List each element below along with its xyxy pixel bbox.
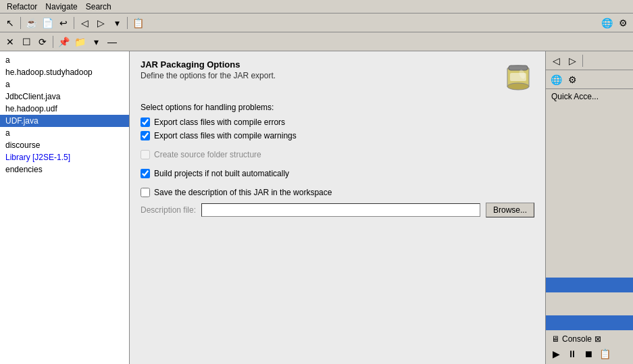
toolbar-btn-globe[interactable]: 🌐 xyxy=(599,16,614,30)
right-nav-btn2[interactable]: ⚙ xyxy=(565,72,580,87)
tree-item-library[interactable]: Library [J2SE-1.5] xyxy=(0,151,129,163)
divider-3 xyxy=(141,182,534,188)
checkbox-compile-warnings[interactable] xyxy=(141,131,150,140)
console-toolbar: ▶ ⏸ ⏹ 📋 xyxy=(549,345,630,363)
toolbar-btn-down2[interactable]: ▾ xyxy=(88,34,103,49)
toolbar-btn-2[interactable]: 📄 xyxy=(40,16,55,30)
toolbar-btn-6[interactable]: 📁 xyxy=(72,34,87,49)
toolbar-btn-gear[interactable]: ⚙ xyxy=(615,16,630,30)
toolbar-1: ↖ ☕ 📄 ↩ ◁ ▷ ▾ 📋 🌐 ⚙ xyxy=(0,14,633,32)
toolbar-btn-minus[interactable]: — xyxy=(105,34,120,49)
jar-icon xyxy=(502,59,534,92)
toolbar-btn-page[interactable]: 📋 xyxy=(130,16,145,30)
right-toolbar-btn2[interactable]: ▷ xyxy=(565,53,580,68)
option-row-4: Build projects if not built automaticall… xyxy=(141,169,534,178)
blue-bar-1 xyxy=(546,278,633,292)
checkbox-source-folder[interactable] xyxy=(141,150,150,159)
quick-access-panel: Quick Acce... xyxy=(546,89,633,186)
toolbar-sep-1 xyxy=(20,17,21,29)
right-spacer xyxy=(546,186,633,277)
right-nav-btn1[interactable]: 🌐 xyxy=(549,72,563,87)
toolbar-btn-java[interactable]: ☕ xyxy=(24,16,39,30)
divider-1 xyxy=(141,145,534,150)
tree-item-a3[interactable]: a xyxy=(0,127,129,139)
toolbar-btn-x[interactable]: ✕ xyxy=(3,34,18,49)
quick-access-label: Quick Acce... xyxy=(551,92,599,101)
label-source-folder: Create source folder structure xyxy=(154,150,261,159)
label-compile-warnings: Export class files with compile warnings xyxy=(154,131,297,140)
dialog-panel: JAR Packaging Options Define the options… xyxy=(130,51,545,364)
option-row-5: Save the description of this JAR in the … xyxy=(141,188,534,197)
right-gap xyxy=(546,294,633,314)
svg-rect-3 xyxy=(509,66,528,70)
toolbar-sep-4 xyxy=(53,36,53,48)
main-content: a he.hadoop.studyhadoop a JdbcClient.jav… xyxy=(0,51,633,364)
browse-button[interactable]: Browse... xyxy=(486,203,534,217)
console-title: 🖥 Console ⊠ xyxy=(549,333,630,345)
menu-navigate[interactable]: Navigate xyxy=(41,1,81,13)
options-section: Select options for handling problems: Ex… xyxy=(141,97,534,223)
console-icon: 🖥 xyxy=(551,334,559,344)
right-toolbar: ◁ ▷ xyxy=(546,51,633,70)
tree-item-hadoop-study[interactable]: he.hadoop.studyhadoop xyxy=(0,66,129,78)
checkbox-compile-errors[interactable] xyxy=(141,118,150,127)
description-row: Description file: Browse... xyxy=(141,203,534,217)
console-btn1[interactable]: ▶ xyxy=(549,346,563,361)
dialog-subtitle: Define the options for the JAR export. xyxy=(141,71,276,80)
console-btn3[interactable]: ⏹ xyxy=(581,346,596,361)
left-panel: a he.hadoop.studyhadoop a JdbcClient.jav… xyxy=(0,51,130,364)
right-toolbar-sep xyxy=(582,55,583,67)
right-nav: 🌐 ⚙ xyxy=(546,70,633,89)
tree-item-jdbcclient[interactable]: JdbcClient.java xyxy=(0,90,129,103)
console-label: Console xyxy=(562,334,592,344)
description-input[interactable] xyxy=(201,203,480,217)
desc-label: Description file: xyxy=(141,205,196,215)
toolbar-btn-cursor[interactable]: ↖ xyxy=(3,16,18,30)
checkbox-save-description[interactable] xyxy=(141,188,150,197)
toolbar-sep-2 xyxy=(74,17,74,29)
options-label: Select options for handling problems: xyxy=(141,103,534,112)
right-panel: ◁ ▷ 🌐 ⚙ Quick Acce... 🖥 Console ⊠ ▶ ⏸ ⏹ xyxy=(545,51,633,364)
dialog-header: JAR Packaging Options Define the options… xyxy=(141,59,534,92)
toolbar-btn-nav-right[interactable]: ▷ xyxy=(93,16,108,30)
console-area: 🖥 Console ⊠ ▶ ⏸ ⏹ 📋 xyxy=(546,332,633,364)
checkbox-build-projects[interactable] xyxy=(141,169,150,178)
toolbar-2: ✕ ☐ ⟳ 📌 📁 ▾ — xyxy=(0,32,633,51)
option-row-1: Export class files with compile errors xyxy=(141,118,534,127)
menu-search[interactable]: Search xyxy=(82,1,116,13)
console-btn2[interactable]: ⏸ xyxy=(565,346,580,361)
toolbar-btn-down[interactable]: ▾ xyxy=(109,16,124,30)
tree-item-a1[interactable]: a xyxy=(0,54,129,66)
tree-item-hadoop-udf[interactable]: he.hadoop.udf xyxy=(0,103,129,115)
menu-refactor[interactable]: Refactor xyxy=(3,1,41,13)
tree-item-discourse[interactable]: discourse xyxy=(0,139,129,151)
dialog-title: JAR Packaging Options xyxy=(141,59,276,70)
console-btn4[interactable]: 📋 xyxy=(597,346,612,361)
option-row-3: Create source folder structure xyxy=(141,150,534,159)
label-compile-errors: Export class files with compile errors xyxy=(154,118,285,127)
label-build-projects: Build projects if not built automaticall… xyxy=(154,169,289,178)
tree-item-a2[interactable]: a xyxy=(0,78,129,90)
right-toolbar-btn1[interactable]: ◁ xyxy=(549,53,563,68)
tree-item-endencies[interactable]: endencies xyxy=(0,163,129,176)
divider-2 xyxy=(141,163,534,169)
label-save-description: Save the description of this JAR in the … xyxy=(154,188,332,197)
tree-item-udf-java[interactable]: UDF.java xyxy=(0,115,129,127)
toolbar-btn-back[interactable]: ↩ xyxy=(56,16,71,30)
toolbar-btn-refresh[interactable]: ⟳ xyxy=(35,34,50,49)
option-row-2: Export class files with compile warnings xyxy=(141,131,534,140)
blue-bar-2 xyxy=(546,315,633,330)
toolbar-sep-3 xyxy=(127,17,128,29)
menu-bar: Refactor Navigate Search xyxy=(0,0,633,14)
svg-point-2 xyxy=(507,83,529,90)
console-close-icon: ⊠ xyxy=(594,334,601,344)
svg-rect-5 xyxy=(510,73,526,81)
toolbar-btn-box[interactable]: ☐ xyxy=(19,34,34,49)
toolbar-btn-nav-left[interactable]: ◁ xyxy=(77,16,92,30)
toolbar-btn-5[interactable]: 📌 xyxy=(56,34,71,49)
